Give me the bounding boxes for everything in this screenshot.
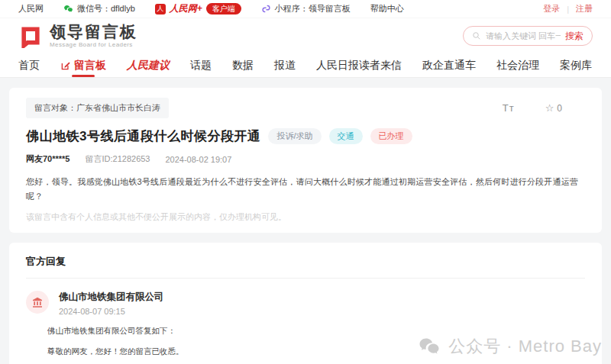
search-input[interactable]	[486, 31, 561, 40]
reply-section-title: 官方回复	[26, 253, 585, 279]
nav-item-topics[interactable]: 话题	[190, 53, 212, 77]
message-card: 留言对象：广东省佛山市市长白涛 Tт ☆ 0 佛山地铁3号线后通段什么时候分段开…	[9, 88, 602, 233]
nav-label: 首页	[18, 59, 40, 72]
search-box: 搜索	[463, 26, 593, 46]
nav-label: 案例库	[560, 59, 592, 72]
site-header: 领导留言板 Message Board for Leaders 搜索	[0, 18, 611, 53]
tag-complaint: 投诉/求助	[268, 128, 321, 144]
nav-label: 政企直通车	[422, 59, 476, 72]
logo-subtitle: Message Board for Leaders	[50, 41, 137, 48]
peoples-daily-link[interactable]: 人民网	[18, 3, 44, 14]
miniprogram-entry: 小程序：领导留言板	[261, 3, 351, 14]
nav-label: 社会治理	[496, 59, 539, 72]
logo-title: 领导留言板	[50, 24, 137, 40]
nav-label: 人民日报读者来信	[316, 59, 402, 72]
tag-category-traffic: 交通	[329, 128, 363, 144]
star-icon: ☆	[545, 102, 554, 114]
client-app-link[interactable]: 人 人民网+ 客户端	[155, 2, 241, 15]
help-center-label: 帮助中心	[370, 3, 404, 14]
nav-label: 报道	[274, 59, 296, 72]
message-target: 留言对象：广东省佛山市市长白涛	[26, 98, 169, 118]
miniprogram-label: 小程序：领导留言板	[275, 3, 351, 14]
reply-org-name: 佛山市地铁集团有限公司	[59, 291, 164, 304]
content-area: 留言对象：广东省佛山市市长白涛 Tт ☆ 0 佛山地铁3号线后通段什么时候分段开…	[0, 78, 611, 364]
favorite-count: 0	[557, 103, 562, 114]
nav-item-peoples-suggestions[interactable]: 人民建议	[127, 53, 170, 77]
auth-links: 登录 | 注册	[543, 3, 593, 14]
institution-icon	[31, 296, 44, 308]
favorite-button[interactable]: ☆ 0	[545, 102, 562, 114]
register-link[interactable]: 注册	[576, 3, 593, 14]
client-brand-label: 人民网+	[170, 2, 202, 15]
peoples-daily-label: 人民网	[18, 3, 44, 14]
message-title: 佛山地铁3号线后通段什么时候分段开通	[26, 127, 260, 145]
reply-body: 佛山市地铁集团有限公司答复如下： 尊敬的网友，您好！您的留言已收悉。 目前3号线…	[47, 324, 585, 364]
message-id: 留言ID:21282653	[85, 153, 150, 165]
nav-item-gov-enterprise[interactable]: 政企直通车	[422, 53, 476, 77]
message-meta: 网友70****5 留言ID:21282653 2024-08-02 19:07	[26, 153, 585, 165]
wechat-account-label: 微信号：dfldlyb	[77, 3, 135, 14]
nav-item-data[interactable]: 数据	[232, 53, 254, 77]
nav-item-message-board[interactable]: 留言板	[60, 53, 106, 77]
nav-label: 人民建议	[127, 59, 170, 72]
official-reply-card: 官方回复 佛山市地铁集团有限公司 2024-08-07 09:15 佛山市地铁集…	[9, 243, 602, 364]
miniprogram-icon	[261, 4, 271, 14]
message-author: 网友70****5	[26, 153, 70, 165]
nav-item-home[interactable]: 首页	[18, 53, 40, 77]
nav-label: 留言板	[74, 59, 106, 72]
nav-item-social-governance[interactable]: 社会治理	[496, 53, 539, 77]
login-link[interactable]: 登录	[543, 3, 560, 14]
nav-label: 话题	[190, 59, 212, 72]
main-nav: 首页 留言板 人民建议 话题 数据 报道 人民日报读者来信 政企直通车 社会治理…	[0, 53, 611, 78]
wechat-icon	[63, 4, 73, 14]
search-icon	[472, 31, 481, 40]
reply-paragraph: 尊敬的网友，您好！您的留言已收悉。	[47, 344, 585, 359]
site-logo[interactable]: 领导留言板 Message Board for Leaders	[18, 24, 137, 48]
nav-label: 数据	[232, 59, 254, 72]
privacy-note: 该留言中含有个人信息或其他不便公开展示的内容，仅办理机构可见。	[26, 211, 585, 223]
message-content: 您好，领导。我感觉佛山地铁3号线后通段最近为什么不进行安全评估，请问大概什么时候…	[26, 175, 585, 203]
top-utility-bar: 人民网 微信号：dfldlyb 人 人民网+ 客户端 小程序：领导留言板 帮助中…	[0, 0, 611, 18]
org-avatar	[26, 291, 49, 314]
message-date: 2024-08-02 19:07	[165, 155, 231, 164]
search-button[interactable]: 搜索	[565, 30, 584, 43]
nav-item-case-library[interactable]: 案例库	[560, 53, 592, 77]
tag-status-handled: 已办理	[370, 128, 412, 144]
auth-divider: |	[567, 5, 569, 14]
reply-date: 2024-08-07 09:15	[59, 307, 164, 316]
client-badge: 客户端	[206, 3, 241, 14]
edit-icon	[60, 60, 71, 71]
reply-paragraph: 佛山市地铁集团有限公司答复如下：	[47, 324, 585, 338]
client-app-icon: 人	[155, 4, 166, 14]
nav-item-reader-letters[interactable]: 人民日报读者来信	[316, 53, 402, 77]
logo-icon	[18, 24, 43, 48]
nav-item-reports[interactable]: 报道	[274, 53, 296, 77]
help-center-link[interactable]: 帮助中心	[370, 3, 404, 14]
font-size-toggle[interactable]: Tт	[503, 102, 515, 114]
wechat-account: 微信号：dfldlyb	[63, 3, 135, 14]
